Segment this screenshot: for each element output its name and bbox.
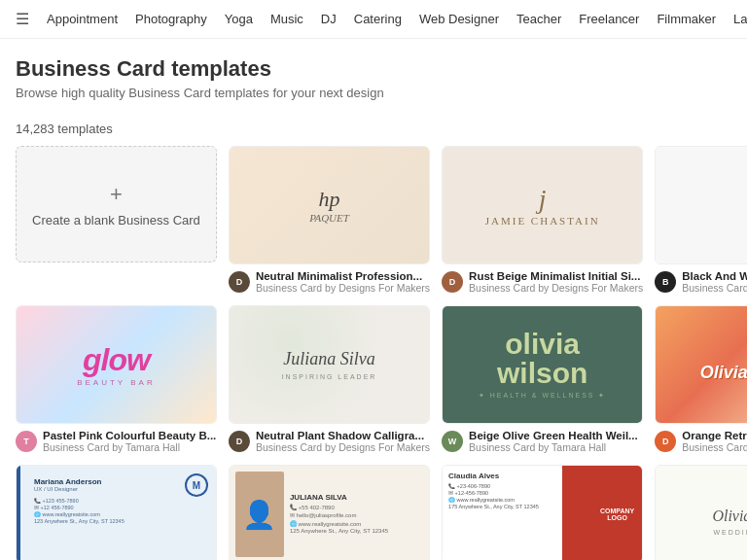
category-nav: ☰ AppointmentPhotographyYogaMusicDJCater… — [0, 0, 747, 39]
nav-item-catering[interactable]: Catering — [354, 12, 402, 26]
thumb-text: glow — [77, 342, 156, 378]
blank-card[interactable]: + Create a blank Business Card — [16, 146, 217, 294]
thumb-photo-img: 👤 — [235, 472, 284, 557]
avatar: D — [229, 431, 250, 452]
nav-item-freelancer[interactable]: Freelancer — [579, 12, 639, 26]
thumb-title: WEDDING AGENT — [713, 529, 747, 536]
template-card[interactable]: 🌸 Olivia Wilson D Orange Retro Personal … — [655, 305, 747, 453]
thumb-name: Olivia Wilson — [712, 508, 747, 525]
thumb-deco: ✦ HEALTH & WELLNESS ✦ — [479, 392, 607, 400]
thumb-logo: COMPANYLOGO — [600, 508, 634, 521]
thumb-sub: INSPIRING LEADER — [282, 373, 377, 380]
thumb-address: 125 Anywhere St., Any City, ST 12345 — [290, 528, 423, 534]
thumb-sub: BEAUTY BAR — [77, 378, 156, 387]
card-by: Business Card by Tamara Hall — [43, 441, 217, 453]
nav-item-filmmaker[interactable]: Filmmaker — [657, 12, 716, 26]
template-card[interactable]: j JAMIE CHASTAIN D Rust Beige Minimalist… — [442, 146, 643, 294]
template-card[interactable]: M Mariana Anderson UX / UI Designer 📞 +1… — [16, 465, 217, 560]
card-by: Business Card by Tamara Hall — [469, 441, 643, 453]
nav-item-dj[interactable]: DJ — [321, 12, 337, 26]
template-card[interactable]: glow BEAUTY BAR T Pastel Pink Colourful … — [16, 305, 217, 453]
thumb-name-line2: wilson — [497, 359, 587, 388]
blank-card-label: Create a blank Business Card — [32, 213, 200, 228]
card-meta: T Pastel Pink Colourful Beauty B... Busi… — [16, 430, 217, 453]
nav-item-web-designer[interactable]: Web Designer — [419, 12, 499, 26]
template-card[interactable]: 👤 JULIANA SILVA 📞 +55 402-7890 ✉ hello@j… — [229, 465, 430, 560]
card-name: Pastel Pink Colourful Beauty B... — [43, 430, 217, 441]
card-meta: D Rust Beige Minimalist Initial Si... Bu… — [442, 270, 643, 294]
nav-item-teacher[interactable]: Teacher — [516, 12, 561, 26]
thumb-name-line1: olivia — [505, 330, 580, 359]
card-name: Black And White Simple Moder... — [682, 270, 747, 282]
thumb-line: 📞 +23-406-7890 — [448, 483, 636, 489]
thumb-info: JULIANA SILVA 📞 +55 402-7890 ✉ hello@jul… — [290, 493, 423, 536]
thumb-subtext: PAQUET — [309, 212, 349, 224]
avatar: W — [442, 431, 463, 452]
card-info: Neutral Plant Shadow Calligra... Busines… — [256, 430, 430, 453]
nav-item-landscaping[interactable]: Landscaping — [733, 12, 747, 26]
thumb-face: 👤 — [242, 499, 276, 531]
card-name: Neutral Minimalist Profession... — [256, 270, 430, 282]
template-card[interactable]: 🌿 Olivia Wilson WEDDING AGENT L Beige Ha… — [655, 465, 747, 560]
card-by: Business Card by Designs For Makers — [469, 282, 643, 294]
page-subtitle: Browse high quality Business Card templa… — [16, 86, 731, 100]
thumb-name: Olivia Wilson — [700, 363, 747, 383]
card-by: Business Card by Bekeen.co — [682, 282, 747, 294]
template-count: 14,283 templates — [0, 116, 747, 146]
thumb-phone: 📞 +55 402-7890 — [290, 504, 423, 510]
page-title: Business Card templates — [16, 56, 731, 82]
thumb-name: JAMIE CHASTAIN — [485, 215, 600, 227]
avatar: D — [442, 271, 463, 293]
avatar: D — [229, 271, 250, 293]
card-by: Business Card by Dragonfly Ave — [682, 441, 747, 453]
thumb-name: Mariana Anderson — [34, 477, 208, 486]
avatar: B — [655, 271, 676, 293]
thumb-details: 📞 +123 455-7890 ✉ +12 456-7890 🌐 www.rea… — [34, 498, 208, 524]
card-by: Business Card by Designs For Makers — [256, 441, 430, 453]
card-name: Neutral Plant Shadow Calligra... — [256, 430, 430, 441]
card-by: Business Card by Designs For Makers — [256, 282, 430, 294]
card-info: Black And White Simple Moder... Business… — [682, 270, 747, 294]
card-name: Beige Olive Green Health Weil... — [469, 430, 643, 441]
template-card[interactable]: Juliana Silva INSPIRING LEADER D Neutral… — [229, 305, 430, 453]
page-header: Business Card templates Browse high qual… — [0, 39, 747, 116]
thumb-name: JULIANA SILVA — [290, 493, 423, 502]
filter-icon[interactable]: ☰ — [16, 10, 29, 28]
thumb-flower: 🌸 — [700, 347, 747, 363]
avatar: T — [16, 431, 37, 452]
thumb-accent — [17, 466, 20, 560]
template-card[interactable]: hp PAQUET D Neutral Minimalist Professio… — [229, 146, 430, 294]
thumb-text: hp — [319, 187, 340, 212]
thumb-title: UX / UI Designer — [34, 486, 208, 492]
template-grid: + Create a blank Business Card hp PAQUET… — [0, 146, 747, 560]
thumb-name: Claudia Alves — [448, 472, 636, 480]
card-info: Beige Olive Green Health Weil... Busines… — [469, 430, 643, 453]
card-info: Pastel Pink Colourful Beauty B... Busine… — [43, 430, 217, 453]
card-meta: B Black And White Simple Moder... Busine… — [655, 270, 747, 294]
card-meta: D Neutral Plant Shadow Calligra... Busin… — [229, 430, 430, 453]
nav-item-yoga[interactable]: Yoga — [225, 12, 253, 26]
card-info: Rust Beige Minimalist Initial Si... Busi… — [469, 270, 643, 294]
card-meta: D Neutral Minimalist Profession... Busin… — [229, 270, 430, 294]
thumb-line: ✉ +12-456-7890 — [448, 490, 636, 496]
thumb-initial: j — [539, 184, 547, 215]
avatar: D — [655, 431, 676, 452]
thumb-web: 🌐 www.reallygreatsite.com — [290, 520, 423, 527]
card-info: Orange Retro Personal Busine... Business… — [682, 430, 747, 453]
nav-item-music[interactable]: Music — [270, 12, 303, 26]
thumb-email: ✉ hello@juliasprofile.com — [290, 511, 423, 518]
card-name: Orange Retro Personal Busine... — [682, 430, 747, 441]
template-card[interactable]: olivia wilson ✦ HEALTH & WELLNESS ✦ W Be… — [442, 305, 643, 453]
card-meta: D Orange Retro Personal Busine... Busine… — [655, 430, 747, 453]
thumb-line: 🌐 www.reallygreatsite.com — [448, 497, 636, 503]
nav-item-photography[interactable]: Photography — [135, 12, 207, 26]
card-info: Neutral Minimalist Profession... Busines… — [256, 270, 430, 294]
template-card[interactable]: Claudia Alves 📞 +23-406-7890 ✉ +12-456-7… — [442, 465, 643, 560]
nav-item-appointment[interactable]: Appointment — [47, 12, 118, 26]
card-meta: W Beige Olive Green Health Weil... Busin… — [442, 430, 643, 453]
card-name: Rust Beige Minimalist Initial Si... — [469, 270, 643, 282]
plus-icon: + — [110, 182, 123, 207]
thumb-name: Juliana Silva — [283, 349, 374, 369]
template-card[interactable]: a Alfredo Torres Director +55 Fox Foke +… — [655, 146, 747, 294]
thumb-logo: M — [185, 473, 208, 497]
